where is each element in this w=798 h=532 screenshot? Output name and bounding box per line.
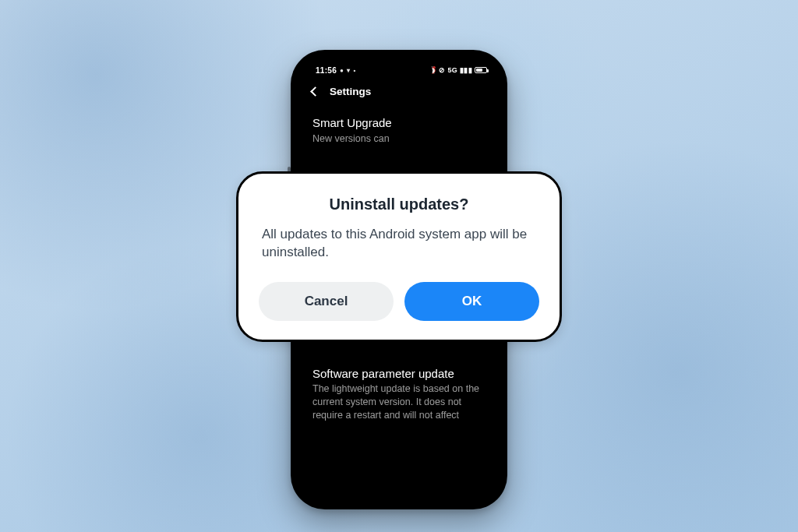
status-time: 11:56 (316, 66, 337, 75)
back-icon[interactable] (310, 86, 320, 97)
notch (365, 62, 433, 79)
cancel-button[interactable]: Cancel (259, 282, 394, 321)
dnd-icon: ⊘ (439, 66, 445, 74)
setting-subtitle: New versions can (312, 132, 486, 146)
status-more-icon: • (354, 67, 356, 74)
setting-subtitle: The lightweight update is based on the c… (312, 382, 486, 422)
battery-icon (475, 67, 487, 73)
setting-item-software-parameter-update[interactable]: Software parameter update The lightweigh… (312, 359, 486, 433)
network-label: 5G (447, 66, 457, 74)
signal-icon: ▮▮▮ (460, 66, 472, 74)
uninstall-updates-dialog: Uninstall updates? All updates to this A… (236, 171, 562, 342)
page-header: Settings (298, 78, 500, 108)
status-left: 11:56 ● ▾ • (316, 66, 356, 75)
setting-item-smart-upgrade[interactable]: Smart Upgrade New versions can (312, 108, 486, 157)
dialog-title: Uninstall updates? (259, 196, 539, 213)
status-dot-icon: ● (340, 67, 344, 74)
dialog-message: All updates to this Android system app w… (259, 226, 539, 262)
status-arrow-icon: ▾ (347, 67, 350, 74)
ok-button[interactable]: OK (404, 282, 539, 321)
setting-title: Software parameter update (312, 367, 486, 382)
dialog-button-row: Cancel OK (259, 282, 539, 321)
setting-title: Smart Upgrade (312, 116, 486, 131)
page-title: Settings (330, 86, 371, 97)
status-right: ⏰ ⊘ 5G ▮▮▮ (428, 66, 487, 74)
